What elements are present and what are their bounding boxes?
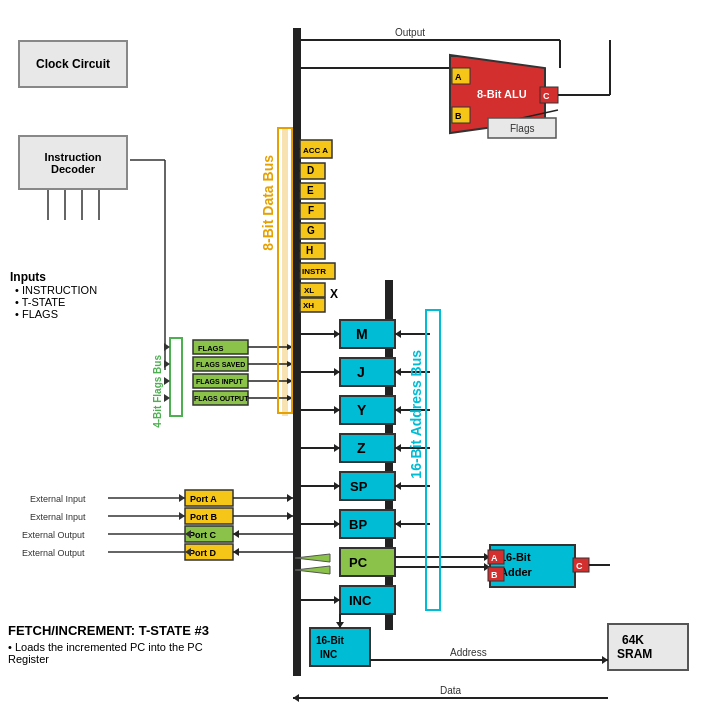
svg-rect-24 — [300, 163, 325, 179]
clock-circuit-box: Clock Circuit — [18, 40, 128, 88]
svg-rect-28 — [300, 183, 325, 199]
svg-marker-143 — [287, 378, 293, 384]
svg-rect-130 — [193, 340, 248, 354]
svg-text:G: G — [307, 225, 315, 236]
svg-rect-111 — [490, 545, 575, 587]
svg-text:D: D — [307, 165, 314, 176]
svg-rect-116 — [488, 567, 504, 581]
flags-bus-label: 4-Bit Flags Bus — [152, 355, 163, 428]
svg-text:BP: BP — [349, 517, 367, 532]
svg-marker-164 — [185, 530, 191, 538]
svg-text:FLAGS: FLAGS — [198, 344, 223, 353]
svg-text:Adder: Adder — [500, 566, 533, 578]
svg-marker-23 — [295, 146, 300, 152]
svg-marker-81 — [395, 444, 401, 452]
svg-marker-79 — [334, 444, 340, 452]
svg-marker-141 — [287, 361, 293, 367]
svg-text:INC: INC — [349, 593, 372, 608]
svg-rect-70 — [340, 396, 395, 424]
svg-marker-145 — [287, 395, 293, 401]
svg-text:H: H — [306, 245, 313, 256]
svg-rect-136 — [193, 391, 248, 405]
svg-marker-184 — [164, 360, 170, 368]
svg-text:Address: Address — [450, 647, 487, 658]
inputs-title: Inputs — [10, 270, 97, 284]
svg-text:External Input: External Input — [30, 512, 86, 522]
svg-marker-67 — [334, 368, 340, 376]
svg-rect-102 — [340, 586, 395, 614]
svg-rect-48 — [300, 283, 325, 297]
svg-rect-17 — [488, 118, 556, 138]
svg-rect-88 — [340, 510, 395, 538]
svg-marker-105 — [334, 596, 340, 604]
svg-rect-10 — [540, 87, 558, 103]
svg-text:F: F — [308, 205, 314, 216]
svg-marker-169 — [185, 548, 191, 556]
input-item-instruction: INSTRUCTION — [15, 284, 97, 296]
svg-text:B: B — [491, 570, 498, 580]
svg-line-15 — [490, 110, 558, 125]
fetch-desc: • Loads the incremented PC into the PC R… — [8, 641, 238, 665]
svg-text:External Output: External Output — [22, 530, 85, 540]
svg-text:PC: PC — [349, 555, 368, 570]
svg-marker-97 — [295, 566, 330, 574]
clock-circuit-label: Clock Circuit — [36, 57, 110, 71]
svg-text:64K: 64K — [622, 633, 644, 647]
svg-text:FLAGS OUTPUT: FLAGS OUTPUT — [194, 395, 249, 402]
svg-marker-159 — [179, 512, 185, 520]
svg-text:Port C: Port C — [189, 530, 217, 540]
svg-text:XL: XL — [304, 286, 314, 295]
svg-rect-121 — [608, 624, 688, 670]
svg-rect-82 — [340, 472, 395, 500]
fetch-title: FETCH/INCREMENT: T-STATE #3 — [8, 623, 238, 638]
svg-rect-94 — [340, 548, 395, 576]
inputs-section: Inputs INSTRUCTION T-STATE FLAGS — [10, 270, 97, 320]
svg-text:C: C — [543, 91, 550, 101]
svg-marker-93 — [395, 520, 401, 528]
svg-rect-132 — [193, 357, 248, 371]
svg-text:E: E — [307, 185, 314, 196]
svg-marker-43 — [295, 248, 300, 254]
svg-rect-178 — [278, 128, 292, 413]
svg-rect-58 — [340, 320, 395, 348]
svg-text:SP: SP — [350, 479, 368, 494]
svg-marker-63 — [395, 330, 401, 338]
svg-text:J: J — [357, 364, 365, 380]
svg-text:FLAGS SAVED: FLAGS SAVED — [196, 361, 245, 368]
svg-text:External Input: External Input — [30, 494, 86, 504]
svg-marker-110 — [336, 622, 344, 628]
instruction-decoder-label: Instruction Decoder — [45, 151, 102, 175]
svg-rect-179 — [426, 310, 440, 610]
address-bus-label: 16-Bit Address Bus — [408, 350, 424, 479]
svg-marker-75 — [395, 406, 401, 414]
svg-text:ACC A: ACC A — [303, 146, 328, 155]
svg-rect-8 — [452, 107, 470, 123]
svg-marker-61 — [334, 330, 340, 338]
svg-marker-175 — [233, 530, 239, 538]
svg-rect-40 — [300, 243, 325, 259]
svg-rect-50 — [300, 298, 325, 312]
svg-marker-69 — [395, 368, 401, 376]
inputs-list: INSTRUCTION T-STATE FLAGS — [10, 284, 97, 320]
svg-marker-55 — [295, 288, 300, 294]
svg-text:Z: Z — [357, 440, 366, 456]
svg-marker-85 — [334, 482, 340, 490]
svg-text:Y: Y — [357, 402, 367, 418]
svg-marker-129 — [293, 694, 299, 702]
svg-text:Flags: Flags — [510, 123, 534, 134]
svg-marker-183 — [164, 343, 170, 351]
svg-marker-96 — [295, 554, 330, 562]
svg-text:FLAGS INPUT: FLAGS INPUT — [196, 378, 243, 385]
svg-text:16-Bit: 16-Bit — [316, 635, 344, 646]
svg-text:INC: INC — [320, 649, 337, 660]
svg-marker-91 — [334, 520, 340, 528]
svg-text:INSTR: INSTR — [302, 267, 326, 276]
svg-rect-161 — [185, 526, 233, 542]
svg-rect-114 — [488, 550, 504, 564]
svg-marker-73 — [334, 406, 340, 414]
svg-marker-173 — [287, 512, 293, 520]
svg-marker-35 — [295, 208, 300, 214]
svg-text:SRAM: SRAM — [617, 647, 652, 661]
svg-marker-171 — [287, 494, 293, 502]
svg-rect-166 — [185, 544, 233, 560]
